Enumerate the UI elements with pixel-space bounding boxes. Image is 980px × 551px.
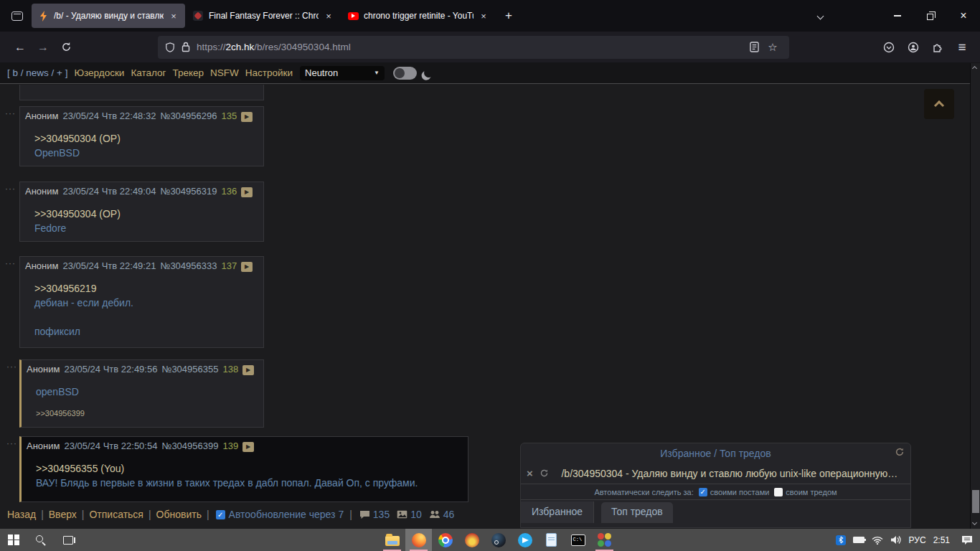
forward-button[interactable]: → — [32, 37, 55, 58]
taskbar-media-player[interactable] — [458, 529, 485, 551]
minimize-button[interactable] — [881, 0, 914, 32]
reply-link[interactable]: >>304956219 — [34, 281, 256, 296]
post-number[interactable]: №304956355 — [161, 364, 218, 375]
nav-link-catalog[interactable]: Каталог — [131, 67, 166, 78]
emulator-icon — [598, 533, 611, 547]
command-prompt-icon: C:\ — [571, 534, 585, 546]
post-menu-dots[interactable]: ··· — [6, 362, 17, 372]
reply-link[interactable]: >>304950304 (OP) — [34, 131, 256, 146]
taskbar-search-button[interactable] — [27, 529, 55, 551]
extensions-puzzle-icon[interactable] — [925, 37, 950, 58]
reply-link[interactable]: >>304950304 (OP) — [34, 207, 256, 221]
nav-link-userboards[interactable]: Юзердоски — [74, 67, 124, 78]
remove-favorite-icon[interactable]: × — [527, 467, 533, 479]
favorite-thread-row[interactable]: × /b/304950304 - Удаляю винду и ставлю л… — [521, 463, 910, 484]
firefox-view-icon[interactable] — [7, 6, 27, 26]
post-number[interactable]: №304956296 — [160, 110, 217, 121]
back-button[interactable]: ← — [9, 37, 32, 58]
new-tab-button[interactable]: + — [498, 5, 519, 27]
taskbar-telegram[interactable] — [512, 529, 538, 551]
tab-close-icon[interactable]: × — [323, 11, 334, 22]
restore-button[interactable] — [914, 0, 947, 32]
favorite-thread-title[interactable]: /b/304950304 - Удаляю винду и ставлю люб… — [549, 468, 910, 479]
play-button-icon[interactable]: ▶ — [241, 262, 253, 272]
taskbar-cmd[interactable]: C:\ — [565, 529, 591, 551]
nav-link-nsfw[interactable]: NSFW — [210, 67, 239, 78]
scrollbar-up-icon[interactable] — [972, 66, 977, 71]
moon-icon[interactable] — [423, 67, 434, 78]
post-number[interactable]: №304956399 — [161, 441, 218, 451]
refresh-thread-icon[interactable] — [540, 468, 549, 478]
shield-icon[interactable] — [165, 42, 175, 53]
clock[interactable]: 2:51 — [933, 535, 950, 545]
play-button-icon[interactable]: ▶ — [242, 442, 254, 452]
fff-favicon-icon — [192, 10, 204, 22]
account-icon[interactable] — [901, 37, 925, 58]
taskbar-notepad[interactable] — [538, 529, 565, 551]
taskbar-firefox[interactable] — [405, 529, 432, 551]
theme-select[interactable]: Neutron ▼ — [300, 66, 385, 80]
post-number[interactable]: №304956319 — [160, 186, 217, 197]
follow-thread-checkbox[interactable] — [774, 488, 783, 496]
bookmark-star-icon[interactable]: ☆ — [763, 38, 782, 57]
post-menu-dots[interactable]: ··· — [5, 258, 16, 268]
scrollbar-thumb[interactable] — [972, 490, 979, 513]
posts-count-icon — [359, 510, 370, 519]
post-menu-dots[interactable]: ··· — [6, 438, 17, 448]
autoupdate-checkbox[interactable]: ✓ — [216, 510, 225, 519]
reply-backlink[interactable]: >>304956399 — [36, 409, 263, 418]
tab-top-threads[interactable]: Топ тредов — [601, 502, 673, 523]
pocket-icon[interactable] — [877, 37, 901, 58]
notification-center-icon[interactable] — [961, 535, 973, 545]
battery-icon[interactable] — [853, 537, 864, 543]
reader-mode-icon[interactable] — [745, 38, 763, 57]
wifi-icon[interactable] — [872, 536, 883, 545]
url-bar[interactable]: https://2ch.hk/b/res/304950304.html ☆ — [158, 36, 789, 59]
task-view-button[interactable] — [55, 529, 82, 551]
window-close-button[interactable]: × — [947, 0, 980, 32]
start-button[interactable] — [0, 529, 27, 551]
board-links[interactable]: [ b / news / + ] — [7, 67, 67, 78]
taskbar-emulator[interactable] — [591, 529, 618, 551]
taskbar-steam[interactable] — [485, 529, 512, 551]
link-unsubscribe[interactable]: Отписаться — [89, 509, 143, 520]
tab-close-icon[interactable]: × — [478, 11, 489, 22]
link-up[interactable]: Вверх — [49, 509, 77, 520]
board-nav-bar: [ b / news / + ] Юзердоски Каталог Треке… — [0, 62, 980, 84]
reload-button[interactable] — [55, 37, 77, 58]
list-all-tabs-button[interactable] — [809, 5, 831, 27]
tab-favorites[interactable]: Избранное — [521, 501, 594, 523]
page-scrollbar[interactable] — [970, 63, 980, 529]
theme-toggle[interactable] — [393, 67, 417, 80]
language-indicator[interactable]: РУС — [909, 535, 926, 545]
separator: | — [41, 509, 44, 520]
tab-youtube[interactable]: chrono trigger retinite - YouTube × — [341, 4, 495, 28]
post-number[interactable]: №304956333 — [160, 260, 217, 271]
follow-posts-checkbox[interactable]: ✓ — [699, 488, 707, 496]
bluetooth-icon[interactable] — [836, 535, 846, 545]
scroll-to-top-button[interactable] — [924, 89, 954, 119]
tab-thread[interactable]: /b/ - Удаляю винду и ставлю л × — [32, 4, 185, 28]
lock-icon[interactable] — [182, 42, 190, 52]
select-arrow-icon: ▼ — [374, 70, 380, 76]
link-refresh[interactable]: Обновить — [156, 509, 202, 520]
nav-link-tracker[interactable]: Трекер — [172, 67, 204, 78]
reply-link[interactable]: >>304956355 (You) — [36, 461, 461, 476]
taskbar-file-explorer[interactable] — [379, 529, 405, 551]
post-menu-dots[interactable]: ··· — [5, 184, 16, 194]
play-button-icon[interactable]: ▶ — [241, 112, 253, 122]
post-menu-dots[interactable]: ··· — [5, 108, 16, 118]
taskbar-chrome[interactable] — [432, 529, 458, 551]
scrollbar-down-icon[interactable] — [972, 520, 977, 525]
nav-link-settings[interactable]: Настройки — [245, 67, 293, 78]
tab-fff[interactable]: Final Fantasy Forever :: Chrono T × — [187, 4, 340, 28]
refresh-icon[interactable] — [895, 447, 905, 457]
tab-title: Final Fantasy Forever :: Chrono T — [209, 11, 319, 21]
browser-titlebar: /b/ - Удаляю винду и ставлю л × Final Fa… — [0, 0, 980, 32]
play-button-icon[interactable]: ▶ — [242, 365, 254, 375]
tab-close-icon[interactable]: × — [168, 11, 179, 22]
link-back[interactable]: Назад — [7, 509, 36, 520]
hamburger-menu-icon[interactable]: ≡ — [950, 37, 974, 58]
volume-icon[interactable] — [890, 535, 902, 545]
play-button-icon[interactable]: ▶ — [241, 187, 253, 197]
